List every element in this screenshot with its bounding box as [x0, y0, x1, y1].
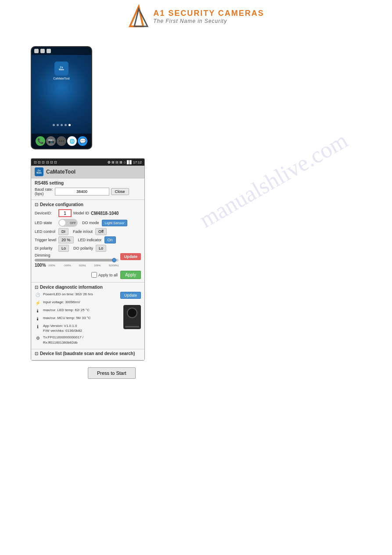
device-speaker [127, 308, 137, 318]
led-indicator-label: LED indicator [78, 238, 102, 242]
dimming-pct: 100% [35, 263, 46, 268]
trigger-level-button[interactable]: 20 % [58, 236, 74, 243]
slider-row [35, 259, 119, 261]
tick-3: 0(0%) [79, 264, 86, 267]
baud-rate-row: Baud rate: (bps) Close [35, 187, 141, 196]
led-temp-text: max/cur. LED temp: 62/ 25 °C [43, 308, 119, 312]
watermark: manualshlive.com [195, 127, 352, 233]
trigger-level-label: Trigger level [35, 238, 57, 242]
tx-rx-row: ⚙ Tx:FF011600000000017 / Rx:ff011601360b… [35, 335, 119, 345]
fade-in-out-button[interactable]: Off [95, 228, 107, 235]
baud-rate-label: Baud rate: (bps) [35, 187, 53, 196]
device-config-title: Device configuration [40, 202, 83, 207]
tick-5: 5(300%) [109, 264, 119, 267]
slider-ticks: -200% -100% 0(0%) 100% 5(300%) [48, 264, 119, 267]
apply-button[interactable]: Apply [120, 271, 141, 279]
model-id-label: Model ID [73, 211, 89, 215]
diagnostic-info: 🕐 Power/LED on time: 362/ 26 hrs ⚡ Input… [35, 292, 119, 347]
update-config-button[interactable]: Update [120, 253, 141, 260]
voltage-text: Input voltage: 30096mV [43, 300, 119, 305]
app-info-icon: ℹ [35, 323, 41, 330]
status-bar: ⊡ ⊡ ⊡ ⊡ ⊡ ⊡ ✿ ⊞ ⊟ ⊠ ⌂ ▊▊ 17:12 [31, 159, 144, 166]
camate-tool-ui: ⊡ ⊡ ⊡ ⊡ ⊡ ⊡ ✿ ⊞ ⊟ ⊠ ⌂ ▊▊ 17:12 CaMate Ca… [31, 158, 145, 361]
di-polarity-label: DI polarity [35, 246, 57, 250]
device-image [123, 305, 141, 329]
device-config-section: ⊡ Device configuration DeviceID: Model I… [31, 200, 144, 283]
tick-2: -100% [63, 264, 71, 267]
app-title-bar: CaMate CaMateTool [31, 166, 144, 178]
led-control-button[interactable]: DI [58, 228, 68, 235]
fade-in-out-label: Fade in/out [73, 229, 93, 234]
baud-rate-input[interactable] [55, 188, 109, 196]
device-id-row: DeviceID: Model ID CM4818-1040 [35, 209, 141, 217]
phone-camera-icon: 📷 [46, 136, 56, 146]
device-id-input[interactable] [58, 209, 72, 217]
tx-icon: ⚙ [35, 335, 41, 341]
led-state-toggle[interactable]: OFF [58, 219, 78, 227]
phone-app-area: CaMate CaMateTool [32, 55, 91, 80]
model-id-value: CM4818-1040 [91, 211, 119, 216]
do-polarity-label: DO polarity [73, 246, 93, 250]
app-logo-icon: CaMate [35, 167, 43, 176]
dimming-left: Dimming 100% -200% -100% 0(0%) 100% 5(30… [35, 253, 119, 268]
logo: A1 SECURITY CAMERAS The First Name in Se… [128, 4, 264, 29]
app-version-text: App Version: V1.0.1.0 [43, 323, 82, 328]
device-list-header: ⊡ Device list (baudrate scan and device … [35, 351, 141, 356]
power-icon: 🕐 [35, 292, 41, 298]
do-polarity-button[interactable]: Lo [96, 245, 106, 252]
tick-4: 100% [94, 264, 101, 267]
diagnostic-right: Update [120, 292, 141, 347]
power-text: Power/LED on time: 362/ 26 hrs [43, 292, 119, 297]
voltage-icon: ⚡ [35, 300, 41, 306]
phone-message-icon: 💬 [78, 136, 87, 146]
device-list-title: Device list (baudrate scan and device se… [40, 351, 135, 356]
brand-name: A1 SECURITY CAMERAS [153, 9, 264, 18]
app-version-info: App Version: V1.0.1.0 F/W ver/chks: 0136… [43, 323, 82, 333]
dimming-row: Dimming 100% -200% -100% 0(0%) 100% 5(30… [35, 253, 141, 268]
voltage-row: ⚡ Input voltage: 30096mV [35, 300, 119, 306]
apply-to-all-checkbox[interactable] [91, 272, 97, 278]
press-to-start-button[interactable]: Press to Start [88, 367, 136, 379]
press-start-area: Press to Start [88, 367, 392, 379]
rs485-section: RS485 setting Baud rate: (bps) Close [31, 178, 144, 200]
tx-rx-info: Tx:FF011600000000017 / Rx:ff011601360b82… [43, 335, 83, 345]
diagnostic-section: ⊡ Device diagnostic information 🕐 Power/… [31, 283, 144, 349]
trigger-level-row: Trigger level 20 % LED indicator On [35, 236, 141, 243]
mcu-temp-row: 🌡 max/cur. MCU temp: 56/ 33 °C [35, 316, 119, 322]
diagnostic-title: Device diagnostic information [40, 285, 103, 290]
led-state-label: LED state [35, 221, 57, 225]
close-button[interactable]: Close [111, 188, 129, 195]
led-state-value: OFF [70, 221, 76, 225]
rx-text: Rx:ff011601360b82db [43, 340, 83, 345]
update-diagnostic-button[interactable]: Update [120, 292, 141, 299]
dimming-label-row: Dimming [35, 253, 119, 258]
led-indicator-button[interactable]: On [104, 236, 116, 243]
dimming-pct-row: 100% -200% -100% 0(0%) 100% 5(300%) [35, 263, 119, 268]
do-mode-label: DO mode [82, 221, 99, 225]
diagnostic-icon: ⊡ [35, 285, 38, 290]
phone-dot-active [68, 124, 71, 126]
app-title: CaMateTool [46, 169, 76, 175]
phone-status-icon [40, 49, 45, 53]
device-base [125, 326, 139, 327]
slider-thumb [112, 258, 116, 262]
tagline: The First Name in Security [153, 18, 264, 24]
phone-dot [61, 124, 63, 126]
di-polarity-button[interactable]: Lo [58, 245, 69, 252]
do-mode-button[interactable]: Light Sensor [102, 220, 128, 226]
led-control-label: LED control [35, 229, 57, 234]
apply-to-all-row: Apply to all [91, 272, 118, 278]
device-config-icon: ⊡ [35, 202, 38, 207]
rs485-title: RS485 setting [35, 181, 141, 185]
device-id-label: DeviceID: [35, 211, 57, 215]
status-left-icons: ⊡ ⊡ ⊡ ⊡ ⊡ ⊡ [34, 160, 57, 164]
phone-dot [53, 124, 55, 126]
phone-app-label: CaMateTool [53, 77, 69, 80]
logo-text: A1 SECURITY CAMERAS The First Name in Se… [153, 9, 264, 24]
status-time: ✿ ⊞ ⊟ ⊠ ⌂ ▊▊ 17:12 [108, 160, 142, 164]
phone-bottom-bar: 📞 📷 ⋯ 🌐 💬 [32, 134, 91, 149]
device-list-section: ⊡ Device list (baudrate scan and device … [31, 349, 144, 360]
phone-phone-icon: 📞 [36, 136, 45, 146]
camate-app-icon: CaMate [54, 62, 68, 76]
dimming-slider[interactable] [35, 259, 119, 261]
